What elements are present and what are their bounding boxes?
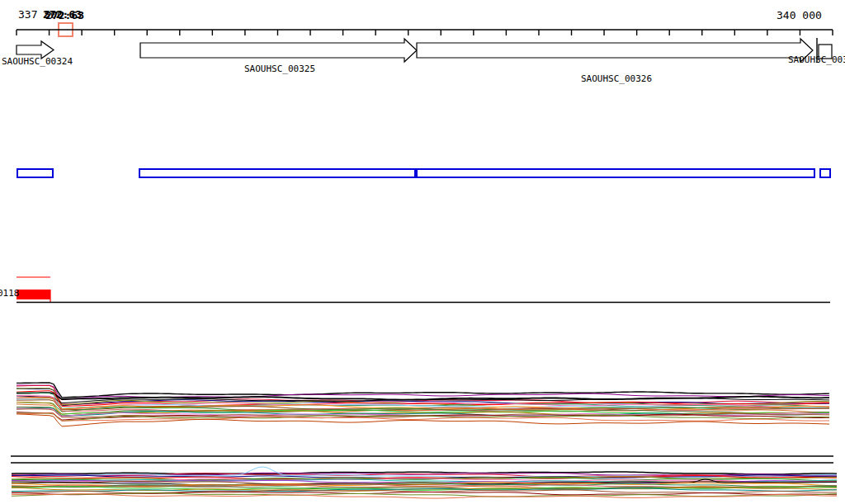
- tracks-vector-layer[interactable]: [0, 0, 845, 504]
- blue-feature-box[interactable]: [17, 168, 54, 178]
- red-feature-box[interactable]: [17, 290, 50, 299]
- gene-arrow-SAOUHSC_00325[interactable]: [140, 39, 417, 62]
- gene-label: SAOUHSC_00325: [244, 64, 315, 74]
- red-feature-label: 0118: [0, 289, 20, 299]
- blue-feature-divider[interactable]: [414, 168, 418, 178]
- blue-feature-box[interactable]: [139, 168, 815, 178]
- genome-browser-canvas: 337 500 272:63 272:63 340 000 SAOUHSC_00…: [0, 0, 845, 504]
- gene-label: SAOUHSC_0032: [788, 55, 845, 65]
- blue-feature-box[interactable]: [819, 168, 831, 178]
- gene-label: SAOUHSC_00326: [581, 74, 652, 84]
- gene-arrow-SAOUHSC_00326[interactable]: [417, 39, 813, 62]
- gene-label: SAOUHSC_00324: [2, 57, 73, 67]
